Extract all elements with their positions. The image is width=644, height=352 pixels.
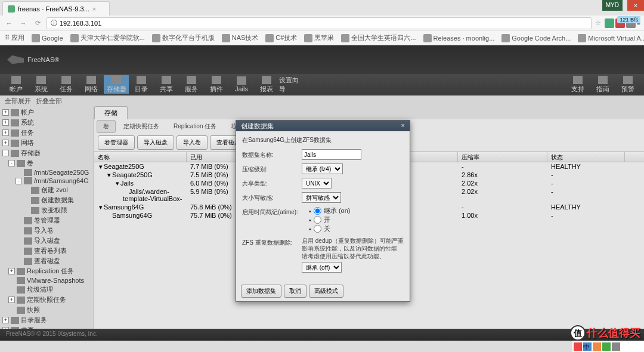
toolbar-item[interactable]: 报表 bbox=[254, 75, 279, 94]
toolbar-item[interactable]: 预警 bbox=[615, 75, 640, 94]
bookmark-item[interactable]: C#技术 bbox=[265, 33, 297, 42]
tree-node[interactable]: 查看磁盘 bbox=[1, 256, 92, 266]
toolbar-item[interactable]: 任务 bbox=[54, 75, 79, 94]
cancel-button[interactable]: 取消 bbox=[284, 285, 306, 298]
tree-toggle-icon[interactable]: - bbox=[8, 160, 15, 166]
radio-input[interactable] bbox=[314, 216, 321, 224]
col-ratio[interactable]: 压缩率 bbox=[458, 152, 547, 162]
tree-toggle-icon[interactable]: + bbox=[2, 109, 9, 116]
expand-all-link[interactable]: 全部展开 bbox=[5, 97, 31, 106]
bookmark-item[interactable]: Google Code Arch... bbox=[501, 34, 571, 42]
toolbar-item[interactable]: 设置向导 bbox=[279, 75, 304, 94]
tree-node[interactable]: 卷管理器 bbox=[1, 215, 92, 226]
tray-icon[interactable] bbox=[574, 342, 582, 351]
tree-node[interactable]: +网络 bbox=[1, 138, 92, 148]
tree-node[interactable]: 垃圾清理 bbox=[1, 285, 92, 295]
toolbar-item[interactable]: 服务 bbox=[179, 75, 204, 94]
tree-node[interactable]: -存储器 bbox=[1, 148, 92, 158]
tree-toggle-icon[interactable]: + bbox=[8, 268, 15, 274]
toolbar-item[interactable]: 支持 bbox=[565, 75, 590, 94]
tree-toggle-icon[interactable]: + bbox=[2, 129, 9, 136]
apps-icon[interactable]: ⠿ 应用 bbox=[5, 33, 24, 42]
sharetype-select[interactable]: UNIX bbox=[302, 178, 332, 189]
tree-node[interactable]: 创建数据集 bbox=[1, 195, 92, 205]
col-name[interactable]: 名称 bbox=[94, 152, 187, 162]
tree-node[interactable]: 导入卷 bbox=[1, 226, 92, 236]
advanced-mode-button[interactable]: 高级模式 bbox=[309, 285, 343, 298]
grid-action-button[interactable]: 导入卷 bbox=[177, 135, 208, 150]
tree-toggle-icon[interactable]: + bbox=[2, 140, 9, 146]
toolbar-item[interactable]: 目录 bbox=[129, 75, 154, 94]
atime-radio-option[interactable]: • 关 bbox=[309, 224, 404, 233]
compression-select[interactable]: 继承 (lz4) bbox=[302, 163, 343, 174]
tree-toggle-icon[interactable]: + bbox=[8, 297, 15, 303]
bookmark-item[interactable]: NAS技术 bbox=[222, 33, 259, 42]
bookmark-item[interactable]: Releases · moonlig... bbox=[423, 34, 495, 42]
sub-tab[interactable]: Replication 任务 bbox=[167, 120, 223, 133]
tree-node[interactable]: +Replication 任务 bbox=[1, 266, 92, 276]
bookmark-item[interactable]: 数字化平台手机版 bbox=[152, 33, 215, 42]
atime-radio-option[interactable]: • 继承 (on) bbox=[309, 206, 404, 215]
atime-radio-option[interactable]: • 开 bbox=[309, 215, 404, 224]
tree-node[interactable]: -/mnt/Samsung64G bbox=[1, 177, 92, 185]
toolbar-item[interactable]: 网络 bbox=[79, 75, 104, 94]
tree-node[interactable]: /mnt/Seagate250G bbox=[1, 168, 92, 177]
bookmark-item[interactable]: 天津大学仁爱学院软... bbox=[70, 33, 145, 42]
tree-toggle-icon[interactable]: + bbox=[2, 119, 9, 126]
tree-node[interactable]: +目录服务 bbox=[1, 315, 92, 325]
bookmark-item[interactable]: 全国大学生英语四六... bbox=[341, 33, 416, 42]
tree-toggle-icon[interactable]: + bbox=[2, 317, 9, 323]
tree-node[interactable]: 导入磁盘 bbox=[1, 236, 92, 246]
tab-close-icon[interactable]: × bbox=[92, 5, 96, 13]
tree-node[interactable]: VMware-Snapshots bbox=[1, 276, 92, 285]
tree-node[interactable]: -卷 bbox=[1, 158, 92, 168]
reload-button[interactable]: ⟳ bbox=[32, 19, 43, 27]
tree-toggle-icon[interactable]: - bbox=[2, 150, 9, 156]
tree-node[interactable]: +帐户 bbox=[1, 107, 92, 118]
tree-node[interactable]: +任务 bbox=[1, 128, 92, 138]
collapse-all-link[interactable]: 折叠全部 bbox=[36, 97, 62, 106]
grid-action-button[interactable]: 导入磁盘 bbox=[137, 135, 174, 150]
toolbar-item[interactable]: 存储器 bbox=[104, 75, 129, 94]
bookmark-item[interactable]: Google bbox=[32, 34, 63, 42]
back-button[interactable]: ← bbox=[4, 20, 14, 27]
browser-tab[interactable]: freenas - FreeNAS-9.3... × bbox=[2, 1, 110, 16]
radio-input[interactable] bbox=[314, 207, 321, 215]
tray-icon[interactable] bbox=[593, 342, 601, 351]
bookmark-star-icon[interactable]: ☆ bbox=[595, 19, 601, 27]
tab-storage[interactable]: 存储 bbox=[94, 106, 128, 119]
tree-node[interactable]: 改变权限 bbox=[1, 205, 92, 215]
dedup-select[interactable]: 继承 (off) bbox=[302, 262, 342, 273]
toolbar-item[interactable]: 帐户 bbox=[4, 75, 29, 94]
col-status[interactable]: 状态 bbox=[547, 152, 625, 162]
tray-icon[interactable] bbox=[602, 342, 611, 351]
bookmark-item[interactable]: Microsoft Virtual A... bbox=[578, 34, 644, 42]
window-close-button[interactable]: × bbox=[627, 0, 644, 11]
tree-node[interactable]: +定期快照任务 bbox=[1, 295, 92, 305]
case-select[interactable]: 拼写敏感 bbox=[302, 192, 341, 203]
tree-node[interactable]: 创建 zvol bbox=[1, 185, 92, 195]
grid-action-button[interactable]: 卷管理器 bbox=[98, 135, 135, 150]
tree-node[interactable]: +系统 bbox=[1, 118, 92, 128]
forward-button[interactable]: → bbox=[18, 20, 29, 27]
add-dataset-button[interactable]: 添加数据集 bbox=[241, 285, 281, 298]
toolbar-item[interactable]: 插件 bbox=[204, 75, 229, 94]
tree-node[interactable]: 查看卷列表 bbox=[1, 246, 92, 256]
tree-toggle-icon[interactable]: - bbox=[16, 178, 22, 184]
sub-tab[interactable]: 卷 bbox=[97, 120, 116, 133]
dataset-name-input[interactable] bbox=[302, 149, 361, 160]
dialog-titlebar[interactable]: 创建数据集 × bbox=[236, 121, 410, 131]
toolbar-item[interactable]: 指南 bbox=[590, 75, 615, 94]
dialog-close-icon[interactable]: × bbox=[401, 122, 405, 130]
sub-tab[interactable]: 定期快照任务 bbox=[117, 120, 166, 133]
radio-input[interactable] bbox=[314, 225, 321, 233]
toolbar-item[interactable]: Jails bbox=[229, 75, 254, 94]
toolbar-item[interactable]: 系统 bbox=[29, 75, 54, 94]
bookmark-item[interactable]: 黑苹果 bbox=[304, 33, 334, 42]
tray-icon[interactable]: 中 bbox=[583, 342, 592, 351]
tray-icon[interactable] bbox=[612, 342, 620, 351]
extension-icon[interactable] bbox=[605, 18, 614, 28]
url-input[interactable]: ⓘ 192.168.3.101 bbox=[47, 17, 592, 29]
toolbar-item[interactable]: 共享 bbox=[154, 75, 179, 94]
tree-node[interactable]: 快照 bbox=[1, 305, 92, 315]
